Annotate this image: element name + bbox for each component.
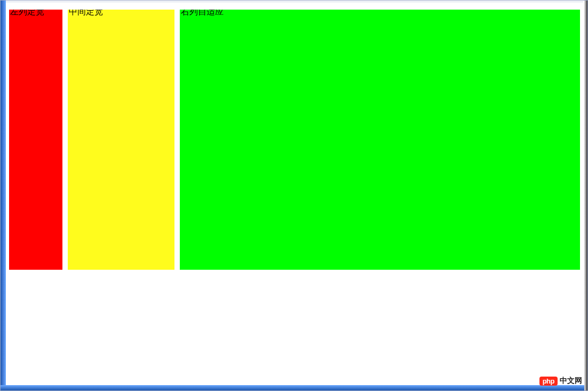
vertical-scrollbar[interactable] [584,1,587,390]
left-column: 左列定宽 [9,5,62,270]
right-column: 右列自适应 [180,5,580,270]
php-badge-icon: php [539,377,558,386]
window-left-border [1,1,6,390]
address-bar-area [6,2,583,10]
middle-column: 中间定宽 [68,5,174,270]
page-content: 左列定宽 中间定宽 右列自适应 [6,2,583,385]
browser-window: 左列定宽 中间定宽 右列自适应 php 中文网 [0,0,588,391]
window-bottom-border [1,385,587,390]
watermark-text: 中文网 [560,376,582,386]
three-column-layout: 左列定宽 中间定宽 右列自适应 [6,2,583,272]
php-cn-watermark: php 中文网 [539,374,582,387]
